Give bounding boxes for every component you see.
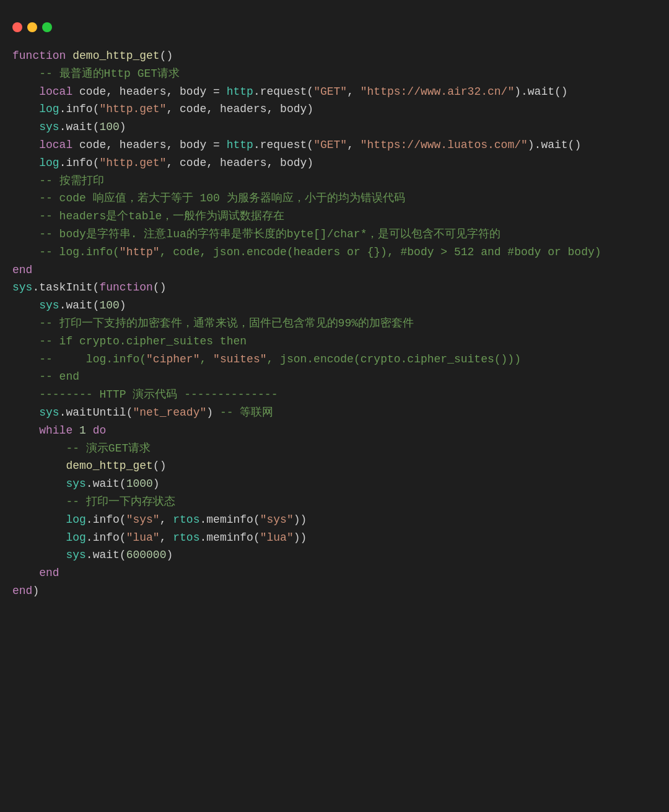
code-line-31: end) [12,582,657,600]
minimize-button[interactable] [27,22,37,32]
code-line-28: log.info("lua", rtos.meminfo("lua")) [12,529,657,547]
code-line-12: -- log.info("http", code, json.encode(he… [12,243,657,261]
code-line-25: sys.wait(1000) [12,475,657,493]
maximize-button[interactable] [42,22,52,32]
code-line-7: log.info("http.get", code, headers, body… [12,154,657,172]
code-line-29: sys.wait(600000) [12,546,657,564]
code-line-2: -- 最普通的Http GET请求 [12,65,657,83]
code-line-13: end [12,261,657,279]
code-line-6: local code, headers, body = http.request… [12,136,657,154]
code-line-8: -- 按需打印 [12,172,657,190]
code-line-16: -- 打印一下支持的加密套件，通常来说，固件已包含常见的99%的加密套件 [12,315,657,333]
code-line-3: local code, headers, body = http.request… [12,83,657,101]
code-line-18: -- log.info("cipher", "suites", json.enc… [12,351,657,369]
window-controls [0,12,669,47]
code-line-19: -- end [12,368,657,386]
code-line-9: -- code 响应值，若大于等于 100 为服务器响应，小于的均为错误代码 [12,190,657,207]
code-line-11: -- body是字符串. 注意lua的字符串是带长度的byte[]/char*，… [12,225,657,243]
code-area: function demo_http_get() -- 最普通的Http GET… [0,47,669,600]
code-line-26: -- 打印一下内存状态 [12,493,657,511]
close-button[interactable] [12,22,22,32]
code-line-10: -- headers是个table，一般作为调试数据存在 [12,207,657,225]
code-line-14: sys.taskInit(function() [12,279,657,297]
code-line-23: -- 演示GET请求 [12,440,657,458]
code-line-24: demo_http_get() [12,457,657,475]
code-line-15: sys.wait(100) [12,297,657,315]
code-line-17: -- if crypto.cipher_suites then [12,333,657,351]
code-line-21: sys.waitUntil("net_ready") -- 等联网 [12,404,657,422]
code-line-4: log.info("http.get", code, headers, body… [12,100,657,118]
code-line-27: log.info("sys", rtos.meminfo("sys")) [12,511,657,529]
code-line-1: function demo_http_get() [12,47,657,65]
code-line-22: while 1 do [12,422,657,440]
code-line-30: end [12,564,657,582]
code-line-5: sys.wait(100) [12,118,657,136]
code-line-20: -------- HTTP 演示代码 -------------- [12,386,657,404]
